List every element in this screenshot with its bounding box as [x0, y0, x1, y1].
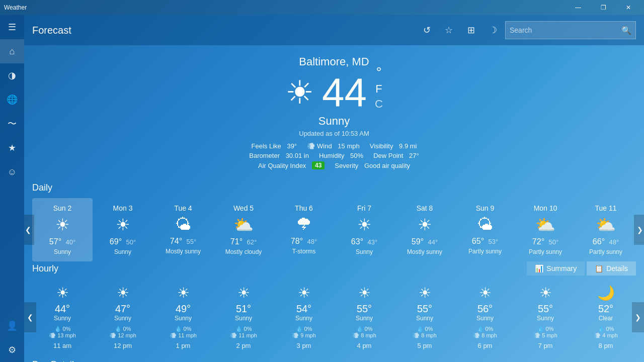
titlebar-left: Weather	[4, 4, 27, 11]
sidebar-item-settings[interactable]: ⚙	[0, 338, 24, 362]
favorite-button[interactable]: ☆	[439, 20, 459, 40]
page-title: Forecast	[32, 25, 417, 36]
hourly-card-3[interactable]: ☀ 51° Sunny 💧 0% 💨 11 mph 2 pm	[213, 281, 274, 353]
daily-card-3[interactable]: Wed 5 ⛅ 71° 62° Mostly cloudy	[213, 198, 274, 261]
hourly-precip-7: 💧 0%	[457, 326, 513, 332]
nightmode-button[interactable]: ☽	[483, 20, 503, 40]
daily-low-9: 48°	[609, 238, 619, 246]
daily-card-5[interactable]: Fri 7 ☀ 63° 43° Sunny	[334, 198, 394, 261]
sidebar-item-lifestyle[interactable]: ☺	[0, 160, 24, 184]
sidebar-item-favorites[interactable]: ★	[0, 136, 24, 160]
daily-low-2: 55°	[186, 238, 196, 245]
sidebar-item-home[interactable]: ⌂	[0, 39, 24, 63]
hourly-wind-1: 💨 12 mph	[95, 332, 151, 339]
app-header: Forecast ↺ ☆ ⊞ ☽ 🔍	[24, 15, 644, 45]
search-icon[interactable]: 🔍	[621, 26, 631, 35]
daily-card-2[interactable]: Tue 4 🌤 74° 55° Mostly sunny	[153, 198, 213, 261]
aqi-label: Air Quality Index	[258, 162, 306, 169]
daily-condition-7: Partly sunny	[460, 248, 510, 255]
hourly-cond-6: Sunny	[396, 315, 453, 322]
hourly-card-9[interactable]: 🌙 52° Clear 💧 0% 💨 4 mph 8 pm	[576, 281, 636, 353]
dew-point-detail: Dew Point 27°	[373, 152, 419, 159]
hourly-scroll: ☀ 44° Sunny 💧 0% 💨 13 mph 11 am ☀ 47° Su…	[32, 281, 636, 353]
hourly-icon-4: ☀	[276, 285, 332, 301]
daily-card-4[interactable]: Thu 6 🌩 78° 48° T-storms	[274, 198, 334, 261]
hourly-temp-2: 49°	[155, 303, 211, 315]
hourly-icon-6: ☀	[396, 285, 453, 301]
hourly-icon-8: ☀	[517, 285, 574, 301]
minimize-button[interactable]: —	[567, 0, 590, 15]
daily-condition-1: Sunny	[98, 248, 148, 255]
hourly-time-1: 12 pm	[95, 342, 151, 349]
daily-card-8[interactable]: Mon 10 ⛅ 72° 50° Partly sunny	[515, 198, 576, 261]
feels-like-label: Feels Like	[252, 142, 281, 150]
daily-low-8: 50°	[548, 238, 558, 246]
hourly-card-5[interactable]: ☀ 55° Sunny 💧 0% 💨 8 mph 4 pm	[334, 281, 394, 353]
hourly-wind-4: 💨 9 mph	[276, 332, 332, 339]
daily-icon-1: ☀	[98, 215, 148, 234]
barometer-value: 30.01 in	[286, 152, 309, 159]
hourly-next-arrow[interactable]: ❯	[632, 302, 644, 332]
sidebar: ☰ ⌂ ◑ 🌐 〜 ★ ☺ 👤 ⚙	[0, 15, 24, 362]
daily-condition-9: Partly sunny	[581, 248, 631, 255]
refresh-button[interactable]: ↺	[417, 20, 437, 40]
hourly-precip-3: 💧 0%	[215, 326, 272, 332]
summary-tab-button[interactable]: 📊 Summary	[527, 261, 585, 276]
daily-high-6: 59°	[412, 237, 424, 246]
daily-icon-4: 🌩	[279, 215, 329, 234]
daily-card-9[interactable]: Tue 11 ⛅ 66° 48° Partly sunny	[576, 198, 636, 261]
hourly-card-6[interactable]: ☀ 55° Sunny 💧 0% 💨 8 mph 5 pm	[394, 281, 455, 353]
daily-high-1: 69°	[110, 237, 122, 246]
daily-day-5: Fri 7	[339, 204, 389, 212]
daily-card-0[interactable]: Sun 2 ☀ 57° 40° Sunny	[32, 198, 93, 261]
unit-c-button[interactable]: C	[375, 98, 383, 111]
hourly-time-4: 3 pm	[276, 342, 332, 349]
close-button[interactable]: ✕	[617, 0, 640, 15]
hourly-card-1[interactable]: ☀ 47° Sunny 💧 0% 💨 12 mph 12 pm	[93, 281, 153, 353]
main-content: Forecast ↺ ☆ ⊞ ☽ 🔍 Baltimore, MD ☀ 44	[24, 15, 644, 362]
sidebar-item-menu[interactable]: ☰	[0, 15, 24, 39]
hourly-time-6: 5 pm	[396, 342, 453, 349]
sidebar-item-account[interactable]: 👤	[0, 314, 24, 338]
hourly-card-7[interactable]: ☀ 56° Sunny 💧 0% 💨 8 mph 6 pm	[455, 281, 515, 353]
daily-prev-arrow[interactable]: ❮	[24, 215, 34, 245]
titlebar-right: — ❐ ✕	[567, 0, 640, 15]
daily-condition-8: Partly sunny	[520, 248, 571, 255]
search-box[interactable]: 🔍	[505, 21, 636, 39]
hourly-prev-arrow[interactable]: ❮	[24, 302, 36, 332]
daily-low-4: 48°	[307, 238, 317, 245]
unit-f-button[interactable]: F	[375, 82, 383, 96]
hourly-wind-6: 💨 8 mph	[396, 332, 453, 339]
hourly-card-2[interactable]: ☀ 49° Sunny 💧 0% 💨 11 mph 1 pm	[153, 281, 213, 353]
daily-day-8: Mon 10	[520, 204, 571, 212]
hourly-temp-9: 52°	[578, 303, 634, 315]
hourly-card-4[interactable]: ☀ 54° Sunny 💧 0% 💨 9 mph 3 pm	[274, 281, 334, 353]
daily-icon-8: ⛅	[520, 215, 571, 234]
hourly-card-8[interactable]: ☀ 55° Sunny 💧 0% 💨 5 mph 7 pm	[515, 281, 576, 353]
sidebar-item-radar[interactable]: ◑	[0, 63, 24, 87]
hourly-cond-1: Sunny	[95, 315, 151, 322]
maximize-button[interactable]: ❐	[592, 0, 615, 15]
daily-card-6[interactable]: Sat 8 ☀ 59° 44° Mostly sunny	[394, 198, 455, 261]
daily-next-arrow[interactable]: ❯	[634, 215, 644, 245]
sidebar-item-maps[interactable]: 🌐	[0, 87, 24, 112]
current-condition: Sunny	[32, 115, 636, 128]
daily-high-3: 71°	[230, 237, 243, 246]
hourly-card-0[interactable]: ☀ 44° Sunny 💧 0% 💨 13 mph 11 am	[32, 281, 93, 353]
barometer-detail: Barometer 30.01 in	[249, 152, 309, 159]
header-actions: ↺ ☆ ⊞ ☽ 🔍	[417, 20, 636, 40]
hourly-temp-0: 44°	[34, 303, 91, 315]
daily-day-9: Tue 11	[581, 204, 631, 212]
pin-button[interactable]: ⊞	[461, 20, 481, 40]
daily-card-7[interactable]: Sun 9 🌤 65° 53° Partly sunny	[455, 198, 515, 261]
hourly-precip-6: 💧 0%	[396, 326, 453, 332]
hourly-icon-3: ☀	[215, 285, 272, 301]
details-tab-button[interactable]: 📋 Details	[587, 261, 636, 276]
visibility-value: 9.9 mi	[399, 142, 417, 150]
daily-card-1[interactable]: Mon 3 ☀ 69° 50° Sunny	[93, 198, 153, 261]
daily-container: ❮ Sun 2 ☀ 57° 40° Sunny Mon 3 ☀ 69° 50° …	[32, 198, 636, 261]
search-input[interactable]	[510, 26, 621, 34]
sidebar-item-historical[interactable]: 〜	[0, 112, 24, 136]
daily-low-5: 43°	[367, 238, 377, 246]
daily-high-8: 72°	[532, 237, 544, 246]
